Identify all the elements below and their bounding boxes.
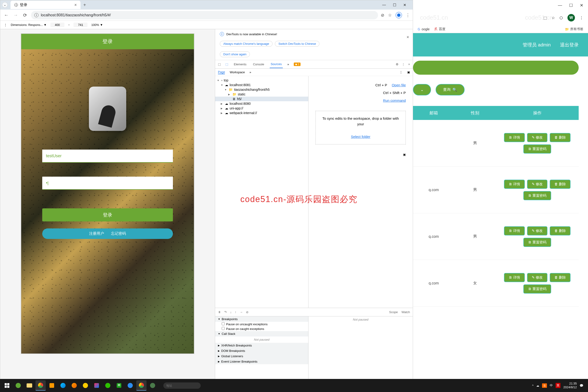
lens-icon[interactable]: ⬚ xyxy=(544,16,547,20)
start-button[interactable] xyxy=(2,380,12,390)
reset-password-button[interactable]: 🗎 重置密码 xyxy=(523,238,551,247)
tab-search-button[interactable]: ⌄ xyxy=(2,2,8,8)
step-into-icon[interactable]: ↓ xyxy=(230,310,232,314)
outer-menu-icon[interactable]: ⋮ xyxy=(580,16,583,20)
username-input[interactable] xyxy=(42,150,173,163)
tree-top[interactable]: ▼▫top xyxy=(215,78,308,82)
notifications-icon[interactable]: 💬 xyxy=(580,384,583,387)
onedrive-icon[interactable]: ☁ xyxy=(536,384,539,387)
chrome-icon[interactable] xyxy=(36,380,46,390)
select-folder-link[interactable]: Select folder xyxy=(320,134,401,140)
detail-button[interactable]: 🗎 详情 xyxy=(504,226,525,236)
subtab-menu-icon[interactable]: ⋮ xyxy=(400,70,402,74)
chrome-menu-icon[interactable]: ⋮ xyxy=(406,12,410,18)
match-language-button[interactable]: Always match Chrome's language xyxy=(220,41,272,47)
system-clock[interactable]: 21:35 2024/8/12 xyxy=(563,382,577,389)
subtab-more-icon[interactable]: » xyxy=(250,70,251,74)
reset-password-button[interactable]: 🗎 重置密码 xyxy=(523,144,551,154)
deactivate-breakpoints-icon[interactable]: ⊘ xyxy=(246,310,248,314)
more-tabs-icon[interactable]: » xyxy=(288,62,289,66)
reset-password-button[interactable]: 🗎 重置密码 xyxy=(523,191,551,200)
tree-folder-static[interactable]: ▶📁static xyxy=(215,92,308,96)
app-icon-13[interactable] xyxy=(148,380,158,390)
delete-button[interactable]: 🗑 删除 xyxy=(550,133,570,142)
delete-button[interactable]: 🗑 删除 xyxy=(550,180,570,189)
ime-sublang[interactable]: 英 xyxy=(556,383,560,388)
password-key-icon[interactable]: ⊘ xyxy=(381,12,384,18)
tree-host-8080[interactable]: ▶☁localhost:8080 xyxy=(215,101,308,106)
close-window-button[interactable]: ✕ xyxy=(403,3,406,7)
tab-console[interactable]: Console xyxy=(252,61,265,68)
pause-caught-checkbox[interactable]: Pause on caught exceptions xyxy=(215,326,308,331)
address-bar[interactable]: i localhost:8081/tiaozaoshichang/front/h… xyxy=(31,11,378,19)
tree-folder-app[interactable]: ▼📁tiaozaoshichang/front/h5 xyxy=(215,87,308,92)
browser-tab[interactable]: 登录 × xyxy=(10,1,80,9)
pause-icon[interactable]: ⏸ xyxy=(218,310,221,314)
tree-webpack[interactable]: ▶☁webpack-internal:// xyxy=(215,110,308,115)
tree-host-8081[interactable]: ▼☁localhost:8081 xyxy=(215,82,308,87)
inspect-icon[interactable]: ⬚ xyxy=(218,62,221,66)
outer-close-button[interactable]: ✕ xyxy=(580,3,583,8)
forgot-password-link[interactable]: 忘记密码 xyxy=(111,231,126,236)
device-width-input[interactable] xyxy=(50,23,64,27)
detail-button[interactable]: 🗎 详情 xyxy=(504,180,525,189)
breakpoints-section[interactable]: ▼Breakpoints xyxy=(215,316,308,322)
close-tab-icon[interactable]: × xyxy=(74,2,77,8)
event-listener-section[interactable]: ▶Event Listener Breakpoints xyxy=(215,359,308,364)
firefox-icon[interactable] xyxy=(69,380,79,390)
forward-button[interactable]: → xyxy=(12,12,19,18)
edit-button[interactable]: ✎ 修改 xyxy=(527,133,548,142)
outer-minimize-button[interactable]: — xyxy=(558,3,562,8)
delete-button[interactable]: 🗑 删除 xyxy=(550,226,570,236)
detail-button[interactable]: 🗎 详情 xyxy=(504,273,525,282)
app-icon-11[interactable] xyxy=(125,380,135,390)
xhr-breakpoints-section[interactable]: ▶XHR/fetch Breakpoints xyxy=(215,343,308,348)
bookmark-baidu[interactable]: 爪百度 xyxy=(434,27,446,31)
dimensions-select[interactable]: Dimensions: Respons... ▼ xyxy=(11,23,47,26)
tree-uniapp[interactable]: ▶☁uni-app:// xyxy=(215,106,308,110)
sublime-icon[interactable] xyxy=(47,380,57,390)
zoom-select[interactable]: 100% ▼ xyxy=(91,23,103,26)
run-command-link[interactable]: Run command xyxy=(383,98,406,102)
query-button[interactable]: 查询🔍 xyxy=(436,84,464,96)
outer-maximize-button[interactable]: ☐ xyxy=(569,3,573,8)
tray-up-icon[interactable]: ^ xyxy=(532,384,534,387)
step-out-icon[interactable]: ↑ xyxy=(235,310,236,314)
minimize-button[interactable]: — xyxy=(382,3,386,7)
edge-icon[interactable] xyxy=(58,380,68,390)
hbuilder-icon[interactable]: H xyxy=(114,380,124,390)
step-icon[interactable]: → xyxy=(240,310,243,314)
dom-breakpoints-section[interactable]: ▶DOM Breakpoints xyxy=(215,348,308,354)
edit-button[interactable]: ✎ 修改 xyxy=(527,273,548,282)
ime-lang[interactable]: 中 xyxy=(550,383,553,388)
banner-close-icon[interactable]: × xyxy=(406,35,409,40)
wechat-icon[interactable] xyxy=(103,380,113,390)
file-explorer-icon[interactable] xyxy=(24,380,34,390)
taskbar-search[interactable] xyxy=(163,382,201,389)
profile-button[interactable] xyxy=(396,12,402,18)
detail-button[interactable]: 🗎 详情 xyxy=(504,133,525,142)
pause-uncaught-checkbox[interactable]: Pause on uncaught exceptions xyxy=(215,322,308,326)
bookmark-star-icon[interactable]: ☆ xyxy=(388,12,392,18)
device-mode-icon[interactable]: ⬚ xyxy=(226,62,228,66)
subtab-workspace[interactable]: Workspace xyxy=(230,70,245,74)
delete-button[interactable]: 🗑 删除 xyxy=(550,273,570,282)
tab-sources[interactable]: Sources xyxy=(270,60,283,68)
edit-button[interactable]: ✎ 修改 xyxy=(527,226,548,236)
subtab-page[interactable]: Page xyxy=(218,70,225,74)
tree-file-h5[interactable]: 🗎h5/ xyxy=(215,96,308,101)
watch-tab[interactable]: Watch xyxy=(402,310,410,314)
filter-select[interactable]: ⌄ xyxy=(413,84,431,96)
settings-icon[interactable]: ⚙ xyxy=(396,62,398,66)
site-info-icon[interactable]: i xyxy=(34,13,38,17)
reload-button[interactable]: ⟳ xyxy=(22,12,28,18)
devtools-close-icon[interactable]: × xyxy=(408,62,410,66)
dont-show-button[interactable]: Don't show again xyxy=(220,51,250,57)
new-tab-button[interactable]: + xyxy=(83,2,86,8)
profile-avatar[interactable]: W xyxy=(568,14,575,22)
device-height-input[interactable] xyxy=(74,23,88,27)
warning-badge[interactable]: ◆ 1 xyxy=(294,62,300,66)
admin-search-input[interactable] xyxy=(413,61,579,75)
open-file-link[interactable]: Open file xyxy=(392,83,406,87)
edit-button[interactable]: ✎ 修改 xyxy=(527,180,548,189)
